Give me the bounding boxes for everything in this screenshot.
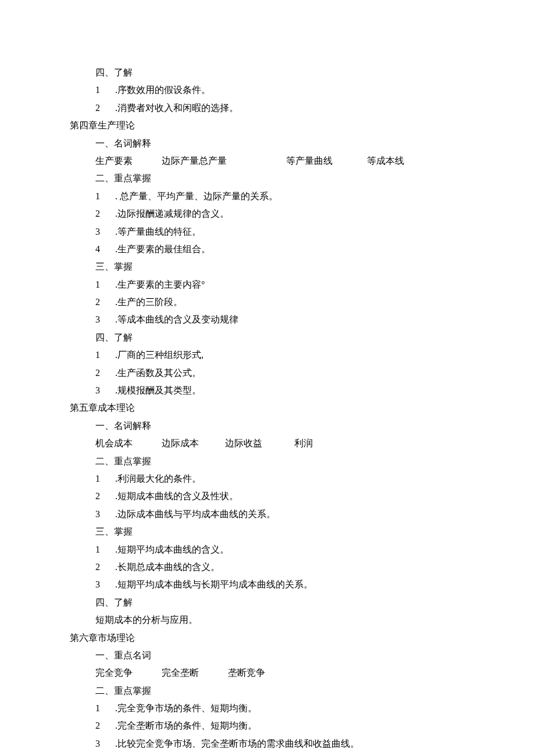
term: 等成本线	[367, 152, 404, 170]
ch6-section2-heading: 二、重点掌握	[95, 682, 465, 700]
term: 边际产量总产量	[162, 152, 284, 170]
item-text: .边际报酬递减规律的含义。	[113, 209, 229, 218]
item-number: 1	[95, 346, 113, 364]
ch4-terms-line: 生产要素 边际产量总产量 等产量曲线 等成本线	[95, 152, 465, 170]
ch4-section1-heading: 一、名词解释	[95, 135, 465, 152]
item-text: .厂商的三种组织形式,	[113, 350, 204, 360]
item-text: .利润最大化的条件。	[113, 474, 201, 483]
list-item: 1 .序数效用的假设条件。	[95, 81, 465, 99]
ch6-section3-heading: 三、掌握	[95, 753, 465, 756]
ch5-section4-text: 短期成本的分析与应用。	[95, 611, 465, 629]
ch6-section1-heading: 一、重点名词	[95, 647, 465, 664]
item-text: .生产的三阶段。	[113, 297, 183, 307]
list-item: 2 .完全垄断市场的条件、短期均衡。	[95, 717, 465, 734]
item-number: 1	[95, 188, 113, 205]
item-number: 1	[95, 81, 113, 99]
term: 机会成本	[95, 435, 159, 452]
item-text: .等产量曲线的特征。	[113, 227, 201, 237]
item-text: .短期成本曲线的含义及性状。	[113, 491, 238, 501]
item-text: .生产函数及其公式。	[113, 368, 201, 378]
item-number: 3	[95, 223, 113, 241]
ch3-section4-heading: 四、了解	[95, 64, 465, 81]
item-number: 2	[95, 293, 113, 311]
term: 边际收益	[225, 435, 292, 452]
item-number: 2	[95, 558, 113, 576]
item-number: 4	[95, 241, 113, 258]
list-item: 3 .比较完全竞争市场、完全垄断市场的需求曲线和收益曲线。	[95, 735, 465, 753]
term: 利润	[294, 435, 313, 452]
item-text: .序数效用的假设条件。	[113, 85, 211, 95]
list-item: 1 .利润最大化的条件。	[95, 470, 465, 488]
item-number: 2	[95, 488, 113, 505]
chapter4-title: 第四章生产理论	[70, 117, 465, 134]
ch5-section3-heading: 三、掌握	[95, 523, 465, 540]
list-item: 2 .长期总成本曲线的含义。	[95, 558, 465, 576]
list-item: 4 .生产要素的最佳组合。	[95, 241, 465, 258]
ch5-terms-line: 机会成本 边际成本 边际收益 利润	[95, 435, 465, 452]
term: 等产量曲线	[286, 152, 365, 170]
list-item: 2 .短期成本曲线的含义及性状。	[95, 488, 465, 505]
list-item: 3 .等产量曲线的特征。	[95, 223, 465, 241]
list-item: 2 .边际报酬递减规律的含义。	[95, 205, 465, 223]
document-page: 四、了解 1 .序数效用的假设条件。 2 .消费者对收入和闲暇的选择。 第四章生…	[0, 0, 535, 756]
item-number: 3	[95, 311, 113, 328]
list-item: 1 .生产要素的主要内容°	[95, 276, 465, 293]
list-item: 2 .生产的三阶段。	[95, 293, 465, 311]
item-text: .完全垄断市场的条件、短期均衡。	[113, 721, 257, 730]
term: 完全竞争	[95, 664, 159, 682]
item-number: 1	[95, 470, 113, 488]
item-number: 1	[95, 541, 113, 558]
ch5-section4-heading: 四、了解	[95, 594, 465, 611]
ch4-section2-heading: 二、重点掌握	[95, 170, 465, 187]
item-text: .规模报酬及其类型。	[113, 385, 201, 395]
item-number: 2	[95, 364, 113, 382]
list-item: 1 .完全竞争市场的条件、短期均衡。	[95, 700, 465, 717]
item-number: 3	[95, 382, 113, 399]
ch6-terms-line: 完全竞争 完全垄断 垄断竞争	[95, 664, 465, 682]
item-text: .生产要素的最佳组合。	[113, 244, 211, 254]
chapter6-title: 第六章市场理论	[70, 629, 465, 647]
list-item: 1 .厂商的三种组织形式,	[95, 346, 465, 364]
ch5-section1-heading: 一、名词解释	[95, 417, 465, 435]
item-text: .长期总成本曲线的含义。	[113, 562, 220, 572]
item-text: .比较完全竞争市场、完全垄断市场的需求曲线和收益曲线。	[113, 739, 359, 748]
term: 生产要素	[95, 152, 159, 170]
list-item: 3 .等成本曲线的含义及变动规律	[95, 311, 465, 328]
item-text: .等成本曲线的含义及变动规律	[113, 314, 238, 324]
list-item: 2 .生产函数及其公式。	[95, 364, 465, 382]
item-number: 3	[95, 506, 113, 523]
item-number: 1	[95, 276, 113, 293]
ch5-section2-heading: 二、重点掌握	[95, 453, 465, 470]
item-text: .短期平均成本曲线的含义。	[113, 544, 229, 554]
item-number: 2	[95, 717, 113, 734]
item-text: . 总产量、平均产量、边际产量的关系。	[113, 191, 278, 201]
item-text: .边际成本曲线与平均成本曲线的关系。	[113, 509, 276, 519]
item-number: 3	[95, 735, 113, 753]
item-text: .消费者对收入和闲暇的选择。	[113, 103, 238, 113]
item-text: .生产要素的主要内容°	[113, 280, 205, 289]
term: 完全垄断	[162, 664, 226, 682]
item-text: .完全竞争市场的条件、短期均衡。	[113, 703, 257, 713]
list-item: 1 . 总产量、平均产量、边际产量的关系。	[95, 188, 465, 205]
chapter5-title: 第五章成本理论	[70, 399, 465, 417]
list-item: 2 .消费者对收入和闲暇的选择。	[95, 99, 465, 117]
ch4-section4-heading: 四、了解	[95, 329, 465, 346]
item-text: .短期平均成本曲线与长期平均成本曲线的关系。	[113, 579, 313, 589]
item-number: 2	[95, 205, 113, 223]
list-item: 3 .规模报酬及其类型。	[95, 382, 465, 399]
term: 垄断竞争	[228, 664, 265, 682]
ch4-section3-heading: 三、掌握	[95, 258, 465, 275]
list-item: 1 .短期平均成本曲线的含义。	[95, 541, 465, 558]
item-number: 2	[95, 99, 113, 117]
list-item: 3 .边际成本曲线与平均成本曲线的关系。	[95, 506, 465, 523]
item-number: 1	[95, 700, 113, 717]
list-item: 3 .短期平均成本曲线与长期平均成本曲线的关系。	[95, 576, 465, 593]
term: 边际成本	[162, 435, 223, 452]
item-number: 3	[95, 576, 113, 593]
